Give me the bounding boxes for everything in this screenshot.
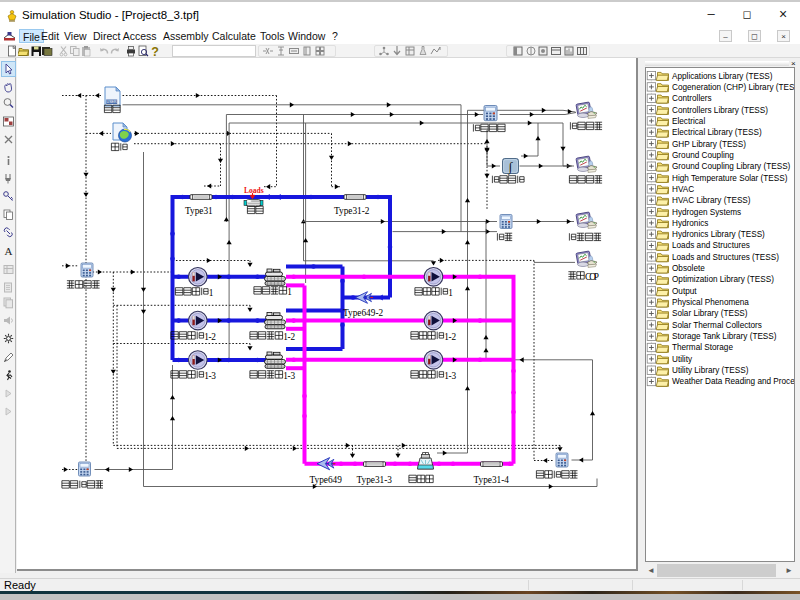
svg-text:Type31-2: Type31-2 <box>334 206 370 216</box>
svg-text:GHP Library (TESS): GHP Library (TESS) <box>672 140 746 149</box>
svg-text:Controllers: Controllers <box>672 94 712 103</box>
svg-text:3: 3 <box>211 371 216 381</box>
svg-text:Electrical: Electrical <box>672 117 705 126</box>
svg-text:Type31-4: Type31-4 <box>474 475 510 485</box>
svg-text:1: 1 <box>209 288 214 298</box>
svg-text:HVAC: HVAC <box>672 185 694 194</box>
svg-text:Thermal Storage: Thermal Storage <box>672 343 733 352</box>
svg-text:Optimization Library (TESS): Optimization Library (TESS) <box>672 275 774 284</box>
svg-text:3: 3 <box>290 371 295 381</box>
svg-text:Obsolete: Obsolete <box>672 264 705 273</box>
svg-text:HVAC Library (TESS): HVAC Library (TESS) <box>672 196 751 205</box>
svg-text:Physical Phenomena: Physical Phenomena <box>672 298 749 307</box>
svg-text:P: P <box>594 272 599 282</box>
svg-text:Solar Library (TESS): Solar Library (TESS) <box>672 309 748 318</box>
svg-text:Type649: Type649 <box>310 475 343 485</box>
svg-text:Controllers Library (TESS): Controllers Library (TESS) <box>672 106 768 115</box>
svg-text:1: 1 <box>448 288 453 298</box>
svg-text:1: 1 <box>287 287 292 297</box>
svg-text:Type31: Type31 <box>185 206 213 216</box>
svg-text:Hydronics: Hydronics <box>672 219 708 228</box>
svg-text:Storage Tank Library (TESS): Storage Tank Library (TESS) <box>672 332 777 341</box>
svg-text:Utility: Utility <box>672 355 693 364</box>
svg-text:Cogeneration (CHP) Library (TE: Cogeneration (CHP) Library (TESS) <box>672 83 794 92</box>
svg-text:Output: Output <box>672 287 697 296</box>
svg-text:Loads and Structures: Loads and Structures <box>672 241 750 250</box>
svg-text:USER: USER <box>107 100 117 104</box>
svg-text:Weather Data Reading and Proce: Weather Data Reading and Process <box>672 377 794 386</box>
svg-text:Hydrogen Systems: Hydrogen Systems <box>672 208 741 217</box>
svg-text:Hydronics Library (TESS): Hydronics Library (TESS) <box>672 230 765 239</box>
svg-text:Ground Coupling: Ground Coupling <box>672 151 734 160</box>
svg-text:2: 2 <box>211 332 216 342</box>
svg-text:Applications Library (TESS): Applications Library (TESS) <box>672 72 773 81</box>
svg-text:Type31-3: Type31-3 <box>357 475 393 485</box>
svg-text:?: ? <box>151 45 159 57</box>
svg-text:High Temperature Solar (TESS): High Temperature Solar (TESS) <box>672 174 788 183</box>
svg-text:2: 2 <box>451 332 456 342</box>
svg-text:Ground Coupling Library (TESS): Ground Coupling Library (TESS) <box>672 162 791 171</box>
svg-text:2: 2 <box>290 332 295 342</box>
svg-text:3: 3 <box>451 371 456 381</box>
svg-text:A: A <box>5 245 13 257</box>
svg-text:Electrical Library (TESS): Electrical Library (TESS) <box>672 128 762 137</box>
svg-text:Solar Thermal Collectors: Solar Thermal Collectors <box>672 321 762 330</box>
svg-text:Loads and Structures (TESS): Loads and Structures (TESS) <box>672 253 779 262</box>
svg-text:Loads: Loads <box>244 186 264 195</box>
svg-text:Utility Library (TESS): Utility Library (TESS) <box>672 366 749 375</box>
svg-text:Type649-2: Type649-2 <box>343 308 383 318</box>
